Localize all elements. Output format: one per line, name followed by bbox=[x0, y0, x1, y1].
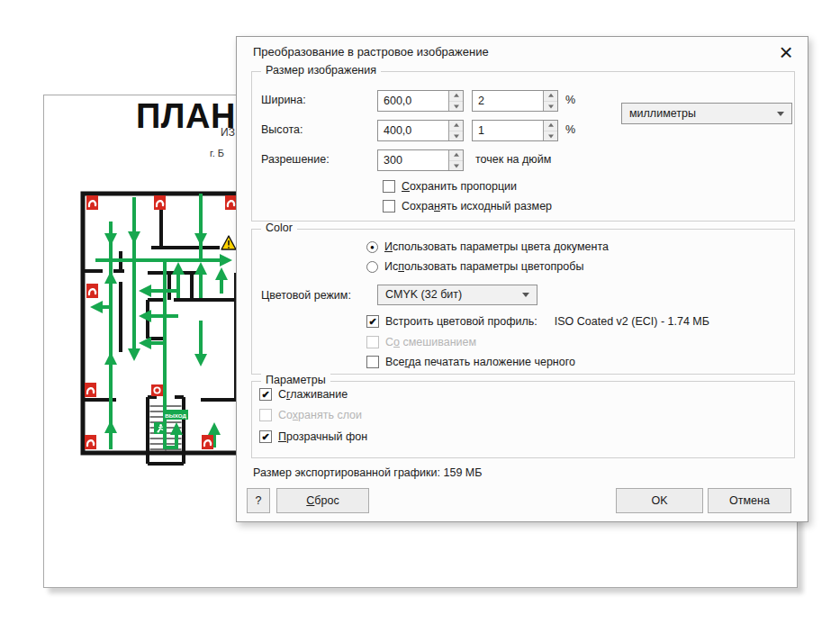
overprint-black-checkbox-row[interactable]: Всегда печатать наложение черного bbox=[366, 356, 575, 368]
embed-profile-value: ISO Coated v2 (ECI) - 1.74 МБ bbox=[555, 315, 709, 328]
size-group-title: Размер изображения bbox=[261, 64, 381, 77]
resolution-label: Разрешение: bbox=[261, 153, 330, 166]
height-percent-value[interactable]: 1 bbox=[473, 121, 543, 140]
spinner-down-button[interactable] bbox=[449, 160, 463, 171]
ok-button[interactable]: OK bbox=[616, 488, 703, 513]
spinner-down-button[interactable] bbox=[449, 131, 463, 141]
dithering-checkbox bbox=[366, 336, 379, 348]
width-value[interactable]: 600,0 bbox=[378, 91, 448, 111]
spinner-down-icon bbox=[548, 104, 554, 108]
embed-profile-checkbox[interactable]: ✔ bbox=[366, 315, 379, 328]
keep-layers-checkbox bbox=[259, 409, 272, 421]
use-proof-color-radio-row[interactable]: Использовать параметры цветопробы bbox=[366, 260, 583, 273]
color-group: Color ● Использовать параметры цвета док… bbox=[251, 229, 795, 375]
plan-subtitle-1: ИЗ bbox=[221, 126, 235, 139]
color-group-title: Color bbox=[261, 222, 297, 234]
use-document-color-radio-row[interactable]: ● Использовать параметры цвета документа bbox=[366, 240, 609, 253]
overprint-black-checkbox[interactable] bbox=[366, 356, 379, 368]
percent-sign: % bbox=[565, 123, 575, 136]
keep-proportions-checkbox[interactable] bbox=[383, 180, 395, 193]
embed-profile-checkbox-row[interactable]: ✔ Встроить цветовой профиль: ISO Coated … bbox=[366, 315, 709, 328]
keep-original-size-checkbox[interactable] bbox=[383, 200, 395, 212]
resolution-value[interactable]: 300 bbox=[378, 150, 448, 170]
height-input[interactable]: 400,0 bbox=[377, 120, 464, 141]
transparent-bg-checkbox[interactable]: ✔ bbox=[259, 430, 272, 443]
cancel-button[interactable]: Отмена bbox=[708, 488, 791, 513]
spinner-up-icon bbox=[454, 94, 459, 97]
width-label: Ширина: bbox=[261, 94, 306, 106]
transparent-bg-checkbox-row[interactable]: ✔ Прозрачный фон bbox=[259, 430, 367, 443]
screen: ПЛАН Э ИЗ г. Б bbox=[0, 0, 840, 642]
color-mode-dropdown-value: CMYK (32 бит) bbox=[385, 288, 462, 301]
keep-proportions-checkbox-row[interactable]: Сохранить пропорции bbox=[383, 180, 517, 193]
antialiasing-checkbox[interactable]: ✔ bbox=[259, 388, 272, 401]
spinner-down-icon bbox=[454, 104, 459, 108]
exit-sign: ВЫХОД bbox=[163, 410, 188, 420]
spinner-up-icon bbox=[454, 153, 459, 157]
height-label: Высота: bbox=[261, 123, 303, 136]
keep-layers-checkbox-row: Сохранять слои bbox=[259, 409, 362, 421]
width-percent-value[interactable]: 2 bbox=[473, 91, 543, 111]
width-percent-input[interactable]: 2 bbox=[472, 90, 558, 112]
dialog-title: Преобразование в растровое изображение bbox=[253, 45, 489, 59]
use-document-color-radio[interactable]: ● bbox=[366, 241, 378, 253]
dropdown-arrow-icon bbox=[777, 112, 784, 116]
resolution-input[interactable]: 300 bbox=[377, 149, 464, 171]
spinner-up-button[interactable] bbox=[449, 91, 463, 101]
spinner-down-icon bbox=[548, 134, 554, 138]
export-size-text: Размер экспортированной графики: 159 МБ bbox=[253, 466, 482, 479]
dropdown-arrow-icon bbox=[522, 293, 529, 297]
close-icon[interactable]: × bbox=[772, 39, 800, 66]
spinner-down-button[interactable] bbox=[449, 101, 463, 112]
spinner-down-button[interactable] bbox=[544, 131, 557, 141]
height-value[interactable]: 400,0 bbox=[378, 121, 448, 140]
color-mode-label: Цветовой режим: bbox=[261, 289, 351, 302]
percent-sign: % bbox=[565, 94, 575, 106]
help-button[interactable]: ? bbox=[247, 488, 270, 513]
spinner-down-icon bbox=[454, 164, 459, 167]
spinner-up-button[interactable] bbox=[449, 150, 463, 160]
spinner-down-button[interactable] bbox=[544, 101, 557, 112]
running-man-icon bbox=[154, 422, 166, 434]
convert-to-bitmap-dialog: Преобразование в растровое изображение ×… bbox=[236, 36, 808, 522]
width-input[interactable]: 600,0 bbox=[377, 90, 464, 112]
units-dropdown[interactable]: миллиметры bbox=[621, 103, 792, 124]
options-group: Параметры ✔ Сглаживание Сохранять слои ✔… bbox=[251, 381, 795, 458]
spinner-up-button[interactable] bbox=[449, 121, 463, 131]
fire-alarm-icon bbox=[151, 384, 163, 396]
size-group: Размер изображения Ширина: Высота: Разре… bbox=[251, 71, 795, 222]
color-mode-dropdown[interactable]: CMYK (32 бит) bbox=[377, 285, 537, 305]
antialiasing-checkbox-row[interactable]: ✔ Сглаживание bbox=[259, 388, 348, 401]
keep-original-size-checkbox-row[interactable]: Сохранять исходный размер bbox=[383, 200, 552, 212]
dithering-checkbox-row: Со смешиванием bbox=[366, 336, 476, 348]
warning-icon bbox=[221, 236, 236, 249]
spinner-up-icon bbox=[454, 123, 459, 127]
svg-text:ВЫХОД: ВЫХОД bbox=[165, 412, 186, 419]
spinner-up-button[interactable] bbox=[544, 121, 557, 131]
options-group-title: Параметры bbox=[261, 374, 330, 386]
height-percent-input[interactable]: 1 bbox=[472, 120, 558, 141]
resolution-unit-label: точек на дюйм bbox=[475, 153, 551, 166]
spinner-up-button[interactable] bbox=[544, 91, 557, 101]
plan-subtitle-2: г. Б bbox=[210, 148, 224, 158]
spinner-up-icon bbox=[548, 123, 554, 127]
reset-button[interactable]: Сброс bbox=[276, 488, 369, 513]
units-dropdown-value: миллиметры bbox=[629, 107, 696, 120]
spinner-up-icon bbox=[548, 94, 554, 97]
use-proof-color-radio[interactable] bbox=[366, 261, 378, 273]
spinner-down-icon bbox=[454, 134, 459, 138]
